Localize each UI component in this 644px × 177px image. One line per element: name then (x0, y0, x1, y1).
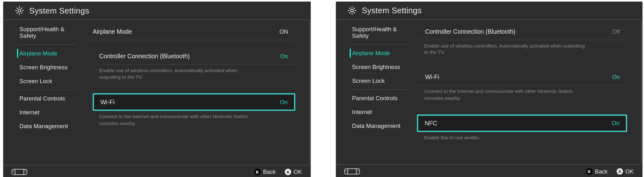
b-button-icon: B (586, 168, 592, 175)
setting-label: Controller Connection (Bluetooth) (425, 28, 515, 35)
a-button-icon: A (616, 168, 623, 175)
back-label: Back (595, 168, 608, 175)
spacer (417, 107, 627, 114)
setting-status: Off (612, 28, 620, 35)
sidebar-item-screen-brightness[interactable]: Screen Brightness (336, 60, 411, 74)
setting-status: ON (280, 28, 288, 35)
setting-row-controller-connection-bluetooth-[interactable]: Controller Connection (Bluetooth) Off (417, 23, 627, 40)
sidebar-item-data-management[interactable]: Data Management (336, 119, 411, 133)
svg-point-6 (351, 9, 353, 12)
footer: B Back A OK (336, 164, 642, 177)
sidebar-item-parental-controls[interactable]: Parental Controls (336, 91, 411, 105)
svg-rect-1 (12, 169, 27, 174)
setting-status: On (280, 53, 288, 59)
header: System Settings (3, 2, 311, 20)
sidebar-divider (17, 44, 76, 45)
sidebar-item-screen-brightness[interactable]: Screen Brightness (3, 60, 79, 74)
setting-row-wi-fi[interactable]: Wi-Fi On (417, 69, 627, 86)
setting-label: Airplane Mode (93, 28, 132, 35)
setting-label: Wi-Fi (100, 99, 114, 106)
setting-description: Enable this to use amiibo. (417, 132, 587, 147)
header: System Settings (336, 2, 642, 20)
sidebar: Support/Health & SafetyAirplane ModeScre… (336, 20, 411, 164)
sidebar-divider (350, 89, 408, 90)
sidebar-divider (17, 90, 76, 90)
scrollbar[interactable] (641, 20, 642, 164)
controller-icon[interactable] (344, 168, 360, 175)
sidebar-item-internet[interactable]: Internet (336, 105, 411, 119)
setting-description: Connect to the Internet and communicate … (417, 86, 587, 107)
setting-status: On (280, 99, 287, 106)
sidebar-item-screen-lock[interactable]: Screen Lock (3, 74, 79, 88)
back-label: Back (263, 169, 275, 175)
sidebar-item-internet[interactable]: Internet (3, 106, 79, 119)
setting-label: NFC (425, 120, 437, 127)
gear-icon (14, 6, 24, 15)
setting-row-wi-fi[interactable]: Wi-Fi On (93, 94, 295, 111)
setting-description: Enable use of wireless controllers. Auto… (85, 65, 255, 86)
ok-label: OK (294, 169, 302, 175)
back-button[interactable]: B Back (254, 169, 276, 175)
setting-label: Wi-Fi (425, 74, 439, 81)
main-panel: Airplane Mode ON Controller Connection (… (79, 20, 309, 165)
sidebar-item-screen-lock[interactable]: Screen Lock (336, 74, 411, 88)
setting-row-controller-connection-bluetooth-[interactable]: Controller Connection (Bluetooth) On (93, 48, 295, 65)
sidebar-item-airplane-mode[interactable]: Airplane Mode (336, 46, 411, 60)
page-title: System Settings (29, 6, 89, 15)
svg-point-5 (25, 171, 26, 172)
setting-status: On (612, 74, 620, 80)
gear-icon (347, 6, 357, 15)
main-panel: Controller Connection (Bluetooth) OffEna… (411, 20, 641, 164)
page-title: System Settings (362, 6, 422, 15)
svg-point-4 (13, 171, 14, 172)
ok-button[interactable]: A OK (285, 169, 302, 175)
spacer (417, 61, 627, 69)
setting-row-nfc[interactable]: NFC On (417, 114, 627, 132)
spacer (85, 40, 295, 48)
setting-row-airplane-mode[interactable]: Airplane Mode ON (85, 23, 295, 40)
b-button-icon: B (254, 169, 261, 175)
sidebar: Support/Health & SafetyAirplane ModeScre… (3, 20, 79, 165)
footer: B Back A OK (3, 165, 311, 177)
setting-label: Controller Connection (Bluetooth) (99, 53, 190, 60)
sidebar-item-support-health-safety[interactable]: Support/Health & Safety (336, 22, 411, 43)
ok-label: OK (625, 168, 634, 175)
svg-point-0 (18, 9, 21, 12)
back-button[interactable]: B Back (586, 168, 608, 175)
a-button-icon: A (285, 169, 291, 175)
svg-point-11 (358, 170, 358, 171)
sidebar-item-data-management[interactable]: Data Management (3, 119, 79, 133)
sidebar-item-parental-controls[interactable]: Parental Controls (3, 92, 79, 106)
sidebar-divider (350, 44, 408, 44)
ok-button[interactable]: A OK (616, 168, 633, 175)
scrollbar[interactable] (309, 20, 311, 165)
spacer (85, 86, 295, 93)
svg-rect-7 (345, 169, 360, 174)
sidebar-item-support-health-safety[interactable]: Support/Health & Safety (3, 22, 79, 43)
setting-description: Enable use of wireless controllers. Auto… (417, 40, 587, 62)
svg-point-10 (346, 170, 347, 171)
controller-icon[interactable] (11, 168, 28, 175)
setting-status: On (612, 120, 619, 127)
sidebar-item-airplane-mode[interactable]: Airplane Mode (3, 46, 79, 60)
setting-description: Connect to the Internet and communicate … (85, 111, 255, 132)
